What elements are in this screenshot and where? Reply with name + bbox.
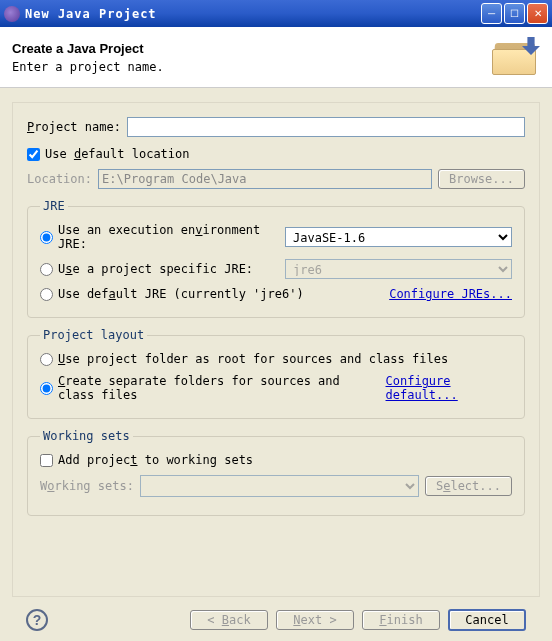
use-default-location-checkbox[interactable]: [27, 148, 40, 161]
jre-default-label: Use default JRE (currently 'jre6'): [58, 287, 304, 301]
location-input: [98, 169, 432, 189]
add-working-sets-checkbox[interactable]: [40, 454, 53, 467]
page-subtitle: Enter a project name.: [12, 60, 492, 74]
cancel-button[interactable]: Cancel: [448, 609, 526, 631]
project-layout-group: Project layout Use project folder as roo…: [27, 328, 525, 419]
working-sets-group: Working sets Add project to working sets…: [27, 429, 525, 516]
finish-button: Finish: [362, 610, 440, 630]
help-icon[interactable]: ?: [26, 609, 48, 631]
layout-separate-radio[interactable]: [40, 382, 53, 395]
project-name-input[interactable]: [127, 117, 525, 137]
jre-group: JRE Use an execution environment JRE: Ja…: [27, 199, 525, 318]
working-sets-select: [140, 475, 419, 497]
working-sets-label: Working sets:: [40, 479, 134, 493]
jre-exec-env-select[interactable]: JavaSE-1.6: [285, 227, 512, 247]
window-title: New Java Project: [25, 7, 481, 21]
next-button: Next >: [276, 610, 354, 630]
select-working-sets-button: Select...: [425, 476, 512, 496]
jre-default-radio[interactable]: [40, 288, 53, 301]
jre-specific-select: jre6: [285, 259, 512, 279]
browse-button: Browse...: [438, 169, 525, 189]
jre-exec-env-label: Use an execution environment JRE:: [58, 223, 280, 251]
maximize-button[interactable]: ☐: [504, 3, 525, 24]
configure-jres-link[interactable]: Configure JREs...: [389, 287, 512, 301]
layout-root-radio[interactable]: [40, 353, 53, 366]
layout-separate-label: Create separate folders for sources and …: [58, 374, 381, 402]
jre-specific-radio[interactable]: [40, 263, 53, 276]
jre-exec-env-radio[interactable]: [40, 231, 53, 244]
add-working-sets-label: Add project to working sets: [58, 453, 253, 467]
minimize-button[interactable]: ─: [481, 3, 502, 24]
back-button: < Back: [190, 610, 268, 630]
wizard-footer: ? < Back Next > Finish Cancel: [12, 597, 540, 631]
configure-default-link[interactable]: Configure default...: [386, 374, 512, 402]
working-sets-legend: Working sets: [40, 429, 133, 443]
jre-legend: JRE: [40, 199, 68, 213]
project-layout-legend: Project layout: [40, 328, 147, 342]
project-name-label: Project name:: [27, 120, 121, 134]
wizard-folder-icon: [492, 37, 540, 77]
page-title: Create a Java Project: [12, 41, 492, 56]
wizard-header: Create a Java Project Enter a project na…: [0, 27, 552, 88]
jre-specific-label: Use a project specific JRE:: [58, 262, 253, 276]
location-label: Location:: [27, 172, 92, 186]
title-bar: New Java Project ─ ☐ ✕: [0, 0, 552, 27]
use-default-location-label: Use default location: [45, 147, 190, 161]
app-icon: [4, 6, 20, 22]
close-button[interactable]: ✕: [527, 3, 548, 24]
layout-root-label: Use project folder as root for sources a…: [58, 352, 448, 366]
